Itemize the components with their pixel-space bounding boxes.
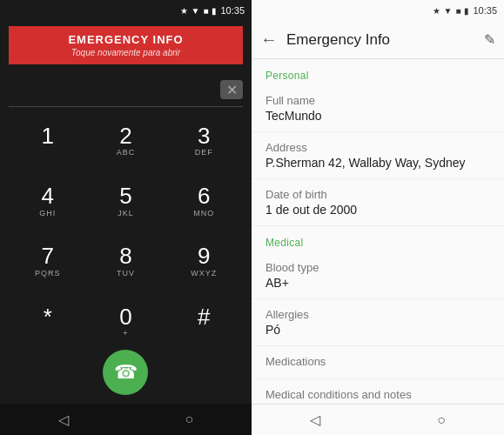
left-panel: ★ ▼ ■ ▮ 10:35 EMERGENCY INFO Toque novam… <box>0 0 252 435</box>
home-nav-icon-right[interactable]: ○ <box>437 412 446 428</box>
dial-display: ✕ <box>9 73 243 107</box>
nav-bar-right: ◁ ○ <box>252 404 504 435</box>
key-2[interactable]: 2 ABC <box>87 110 165 171</box>
home-nav-icon-left[interactable]: ○ <box>185 412 193 427</box>
info-label-medications: Medications <box>265 355 490 368</box>
right-panel: ★ ▼ ■ ▮ 10:35 ← Emergency Info ✎ Persona… <box>252 0 504 435</box>
info-dob: Date of birth 1 de out de 2000 <box>252 179 504 226</box>
info-label-medical-notes: Medical conditions and notes <box>265 388 490 401</box>
key-hash[interactable]: # <box>165 291 243 351</box>
info-value-dob: 1 de out de 2000 <box>265 203 490 217</box>
status-bar-right: ★ ▼ ■ ▮ 10:35 <box>252 0 504 21</box>
info-value-full-name: TecMundo <box>265 109 490 123</box>
signal-icon: ■ <box>203 6 208 16</box>
info-label-blood-type: Blood type <box>265 261 490 274</box>
info-medications: Medications <box>252 346 504 379</box>
back-nav-icon-left[interactable]: ◁ <box>58 412 69 428</box>
key-3[interactable]: 3 DEF <box>165 110 243 171</box>
backspace-button[interactable]: ✕ <box>220 80 243 99</box>
info-label-allergies: Allergies <box>265 308 490 321</box>
call-button[interactable]: ☎ <box>103 350 148 395</box>
back-button[interactable]: ← <box>260 30 278 50</box>
info-address: Address P.Sherman 42, Wallaby Way, Sydne… <box>252 132 504 179</box>
page-title: Emergency Info <box>286 31 484 49</box>
key-0[interactable]: 0 + <box>87 291 165 351</box>
key-9[interactable]: 9 WXYZ <box>165 231 243 291</box>
key-8[interactable]: 8 TUV <box>87 231 165 291</box>
info-full-name: Full name TecMundo <box>252 85 504 132</box>
info-value-blood-type: AB+ <box>265 276 490 290</box>
phone-icon: ☎ <box>114 361 138 384</box>
status-time-left: 10:35 <box>220 5 245 16</box>
key-5[interactable]: 5 JKL <box>87 171 165 231</box>
status-bar-left: ★ ▼ ■ ▮ 10:35 <box>0 0 252 21</box>
key-1[interactable]: 1 <box>9 110 87 171</box>
section-header-medical: Medical <box>252 226 504 252</box>
battery-icon: ▮ <box>212 6 217 16</box>
info-blood-type: Blood type AB+ <box>252 252 504 299</box>
section-header-personal: Personal <box>252 59 504 85</box>
info-label-full-name: Full name <box>265 94 490 107</box>
info-label-dob: Date of birth <box>265 188 490 201</box>
nav-bar-left: ◁ ○ <box>0 404 252 435</box>
bluetooth-icon: ★ <box>180 6 188 16</box>
content-area: Personal Full name TecMundo Address P.Sh… <box>252 59 504 404</box>
info-label-address: Address <box>265 141 490 154</box>
key-star[interactable]: * <box>9 291 87 351</box>
call-row: ☎ <box>9 351 243 404</box>
info-value-address: P.Sherman 42, Wallaby Way, Sydney <box>265 156 490 170</box>
edit-button[interactable]: ✎ <box>484 31 495 48</box>
key-4[interactable]: 4 GHI <box>9 171 87 231</box>
info-medical-notes: Medical conditions and notes None specif… <box>252 379 504 404</box>
header: ← Emergency Info ✎ <box>252 21 504 59</box>
wifi-icon-right: ▼ <box>444 6 453 16</box>
status-time-right: 10:35 <box>473 5 497 16</box>
back-nav-icon-right[interactable]: ◁ <box>310 412 320 428</box>
key-7[interactable]: 7 PQRS <box>9 231 87 291</box>
wifi-icon: ▼ <box>192 6 200 16</box>
emergency-banner-subtitle: Toque novamente para abrir <box>16 48 236 57</box>
bluetooth-icon-right: ★ <box>433 6 440 16</box>
battery-icon-right: ▮ <box>464 6 469 16</box>
keypad: 1 2 ABC 3 DEF 4 GHI 5 JKL 6 MNO 7 PQRS 8 <box>0 110 252 404</box>
key-6[interactable]: 6 MNO <box>165 171 243 231</box>
info-value-allergies: Pó <box>265 323 490 337</box>
dial-input[interactable] <box>9 77 220 103</box>
emergency-banner[interactable]: EMERGENCY INFO Toque novamente para abri… <box>9 26 243 64</box>
signal-icon-right: ■ <box>455 6 460 16</box>
emergency-banner-title: EMERGENCY INFO <box>16 33 236 46</box>
info-allergies: Allergies Pó <box>252 299 504 346</box>
